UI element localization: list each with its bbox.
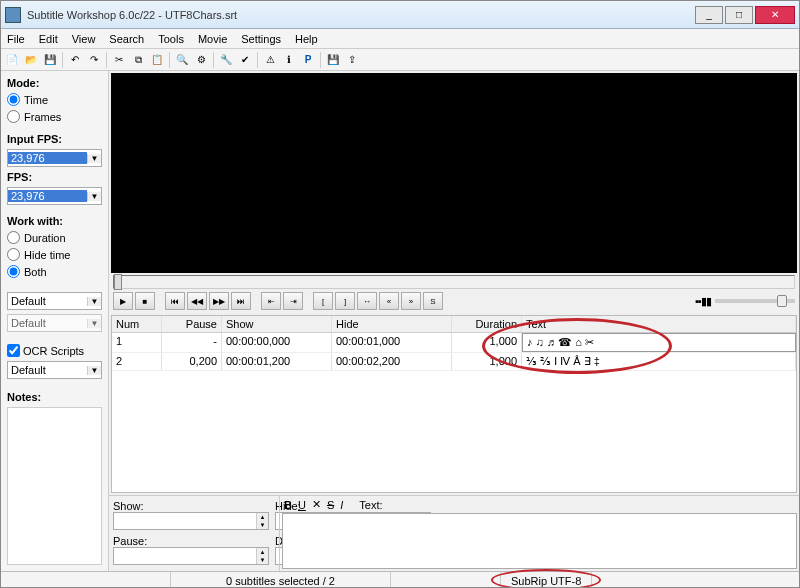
charset-dropdown[interactable]: Default▼ [7, 292, 102, 310]
info-icon[interactable]: ℹ [280, 51, 298, 69]
volume-slider[interactable] [715, 299, 795, 303]
left-panel: Mode: Time Frames Input FPS: 23,976▼ FPS… [1, 71, 109, 571]
ww-duration-label: Duration [24, 232, 66, 244]
spin-down-icon[interactable]: ▼ [256, 556, 268, 564]
ww-both-radio[interactable] [7, 265, 20, 278]
app-icon [5, 7, 21, 23]
next-sub-button[interactable]: ⇥ [283, 292, 303, 310]
minimize-button[interactable]: _ [695, 6, 723, 24]
mode-time-label: Time [24, 94, 48, 106]
spell-icon[interactable]: ✔ [236, 51, 254, 69]
table-row[interactable]: 2 0,200 00:00:01,200 00:00:02,200 1,000 … [112, 353, 796, 371]
ffwd-button[interactable]: ⏭ [231, 292, 251, 310]
open-icon[interactable]: 📂 [22, 51, 40, 69]
clear-button[interactable]: ✕ [312, 498, 321, 511]
undo-icon[interactable]: ↶ [66, 51, 84, 69]
spin-up-icon[interactable]: ▲ [256, 513, 268, 521]
shift-back-button[interactable]: « [379, 292, 399, 310]
spin-up-icon[interactable]: ▲ [256, 548, 268, 556]
play-button[interactable]: ▶ [113, 292, 133, 310]
menu-settings[interactable]: Settings [241, 33, 281, 45]
stop-button[interactable]: ■ [135, 292, 155, 310]
rewind-button[interactable]: ⏮ [165, 292, 185, 310]
menu-movie[interactable]: Movie [198, 33, 227, 45]
menu-edit[interactable]: Edit [39, 33, 58, 45]
chevron-down-icon: ▼ [87, 366, 101, 375]
underline-button[interactable]: U [298, 499, 306, 511]
sync-button[interactable]: ↔ [357, 292, 377, 310]
mode-frames-label: Frames [24, 111, 61, 123]
pascal-icon[interactable]: P [299, 51, 317, 69]
mark-end-button[interactable]: ] [335, 292, 355, 310]
speed-button[interactable]: S [423, 292, 443, 310]
bold-button[interactable]: B [284, 499, 292, 511]
mode-time-radio[interactable] [7, 93, 20, 106]
col-duration[interactable]: Duration [452, 316, 522, 332]
prev-sub-button[interactable]: ⇤ [261, 292, 281, 310]
mode-label: Mode: [7, 77, 102, 89]
ww-both-label: Both [24, 266, 47, 278]
paste-icon[interactable]: 📋 [148, 51, 166, 69]
ww-duration-radio[interactable] [7, 231, 20, 244]
subtitle-text-input[interactable] [282, 513, 797, 569]
menu-view[interactable]: View [72, 33, 96, 45]
export-icon[interactable]: ⇪ [343, 51, 361, 69]
workwith-label: Work with: [7, 215, 102, 227]
ww-hide-radio[interactable] [7, 248, 20, 261]
search-icon[interactable]: 🔍 [173, 51, 191, 69]
menu-file[interactable]: File [7, 33, 25, 45]
chevron-down-icon: ▼ [87, 319, 101, 328]
spin-down-icon[interactable]: ▼ [256, 521, 268, 529]
chevron-down-icon: ▼ [87, 154, 101, 163]
ocr-dropdown[interactable]: Default▼ [7, 361, 102, 379]
mode-frames-radio[interactable] [7, 110, 20, 123]
volume-knob[interactable] [777, 295, 787, 307]
video-preview [111, 73, 797, 273]
menu-tools[interactable]: Tools [158, 33, 184, 45]
pause-label: Pause: [113, 535, 269, 547]
status-selection: 0 subtitles selected / 2 [171, 572, 391, 588]
ww-hide-label: Hide time [24, 249, 70, 261]
menu-search[interactable]: Search [109, 33, 144, 45]
col-show[interactable]: Show [222, 316, 332, 332]
volume-icon: ▪▪▮▮ [695, 295, 711, 308]
italic-button[interactable]: I [340, 499, 343, 511]
close-button[interactable]: ✕ [755, 6, 795, 24]
save2-icon[interactable]: 💾 [324, 51, 342, 69]
show-input[interactable] [114, 513, 256, 529]
table-row[interactable]: 1 - 00:00:00,000 00:00:01,000 1,000 ♪ ♫ … [112, 333, 796, 353]
copy-icon[interactable]: ⧉ [129, 51, 147, 69]
show-label: Show: [113, 500, 269, 512]
ocr-checkbox[interactable] [7, 344, 20, 357]
tool-icon[interactable]: 🔧 [217, 51, 235, 69]
strike-button[interactable]: S [327, 499, 334, 511]
col-num[interactable]: Num [112, 316, 162, 332]
redo-icon[interactable]: ↷ [85, 51, 103, 69]
col-text[interactable]: Text [522, 316, 796, 332]
charset2-dropdown[interactable]: Default▼ [7, 314, 102, 332]
new-icon[interactable]: 📄 [3, 51, 21, 69]
col-pause[interactable]: Pause [162, 316, 222, 332]
fwd-button[interactable]: ▶▶ [209, 292, 229, 310]
input-fps-dropdown[interactable]: 23,976▼ [7, 149, 102, 167]
settings-icon[interactable]: ⚙ [192, 51, 210, 69]
video-scrubber[interactable] [113, 275, 795, 289]
save-icon[interactable]: 💾 [41, 51, 59, 69]
fps-label: FPS: [7, 171, 102, 183]
player-controls: ▶ ■ ⏮ ◀◀ ▶▶ ⏭ ⇤ ⇥ [ ] ↔ « » S ▪▪▮▮ [109, 289, 799, 313]
subtitle-grid[interactable]: Num Pause Show Hide Duration Text 1 - 00… [111, 315, 797, 493]
warning-icon[interactable]: ⚠ [261, 51, 279, 69]
pause-input[interactable] [114, 548, 256, 564]
notes-area[interactable] [7, 407, 102, 565]
scrubber-thumb[interactable] [114, 274, 122, 290]
col-hide[interactable]: Hide [332, 316, 452, 332]
cut-icon[interactable]: ✂ [110, 51, 128, 69]
fps-dropdown[interactable]: 23,976▼ [7, 187, 102, 205]
shift-fwd-button[interactable]: » [401, 292, 421, 310]
mark-start-button[interactable]: [ [313, 292, 333, 310]
text-label: Text: [359, 499, 382, 511]
menubar: File Edit View Search Tools Movie Settin… [1, 29, 799, 49]
maximize-button[interactable]: □ [725, 6, 753, 24]
menu-help[interactable]: Help [295, 33, 318, 45]
back-button[interactable]: ◀◀ [187, 292, 207, 310]
